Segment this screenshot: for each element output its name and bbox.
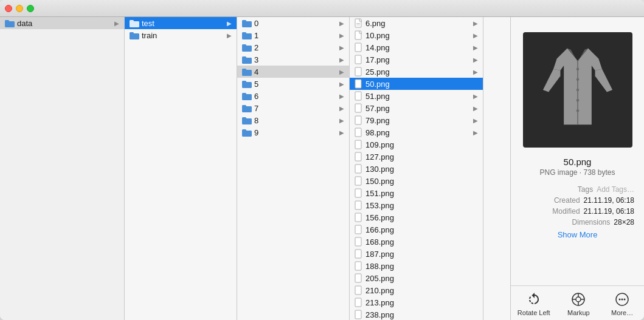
svg-rect-5 (355, 55, 361, 64)
chevron-icon: ▶ (473, 105, 478, 112)
list-item[interactable]: 187.png (350, 248, 483, 260)
dimensions-value: 28×28 (614, 218, 634, 226)
svg-rect-7 (355, 80, 361, 88)
file-icon (355, 164, 363, 174)
chevron-icon: ▶ (473, 93, 478, 100)
chevron-icon: ▶ (473, 56, 478, 63)
data-folder-label: data (17, 19, 32, 28)
show-more-link[interactable]: Show More (521, 230, 634, 239)
item-label: 213.png (365, 298, 394, 307)
folder-icon (242, 68, 252, 76)
file-icon (355, 91, 363, 101)
list-item[interactable]: 109.png (350, 138, 483, 151)
chevron-icon: ▶ (339, 129, 344, 136)
list-item[interactable]: 151.png (350, 187, 483, 199)
svg-rect-17 (355, 201, 361, 209)
svg-rect-16 (355, 189, 361, 197)
list-item[interactable]: 168.png (350, 236, 483, 248)
item-label: 187.png (365, 250, 394, 259)
chevron-icon: ▶ (339, 56, 344, 63)
file-icon (355, 140, 363, 149)
markup-button[interactable]: Markup (563, 291, 594, 316)
list-item[interactable]: 50.png (350, 78, 483, 90)
more-icon (614, 291, 631, 308)
list-item[interactable]: 5 ▶ (237, 78, 349, 90)
list-item[interactable]: 14.png ▶ (350, 41, 483, 53)
item-label: 156.png (365, 213, 394, 222)
finder-window: data ▶ test ▶ train (0, 0, 644, 320)
chevron-icon: ▶ (339, 81, 344, 87)
chevron-icon: ▶ (339, 44, 344, 51)
list-item[interactable]: 166.png (350, 223, 483, 236)
list-item[interactable]: 9 ▶ (237, 126, 349, 138)
item-label: 8 (254, 116, 258, 125)
list-item[interactable]: 10.png ▶ (350, 29, 483, 41)
item-label: train (142, 31, 157, 40)
file-icon (355, 30, 363, 40)
more-label: More… (611, 309, 633, 316)
more-button[interactable]: More… (607, 291, 637, 316)
list-item[interactable]: 51.png ▶ (350, 90, 483, 102)
list-item[interactable]: 213.png (350, 296, 483, 308)
column-3: 6.png ▶ 10.png ▶ 14.png ▶ 17.png ▶ (350, 17, 483, 320)
sidebar-item-data[interactable]: data ▶ (0, 17, 124, 29)
close-button[interactable] (5, 5, 12, 12)
svg-point-32 (576, 67, 579, 70)
list-item[interactable]: 17.png ▶ (350, 53, 483, 66)
list-item[interactable]: 7 ▶ (237, 102, 349, 114)
svg-rect-18 (355, 213, 361, 222)
maximize-button[interactable] (27, 5, 34, 12)
created-value: 21.11.19, 06:18 (584, 196, 634, 205)
svg-point-38 (576, 297, 581, 302)
list-item[interactable]: 57.png ▶ (350, 102, 483, 114)
rotate-left-label: Rotate Left (518, 309, 550, 316)
list-item[interactable]: 238.png (350, 308, 483, 320)
file-icon (355, 273, 363, 283)
item-label: 50.png (365, 80, 390, 89)
list-item[interactable]: 1 ▶ (237, 29, 349, 41)
tags-value[interactable]: Add Tags… (597, 185, 634, 194)
list-item[interactable]: 6.png ▶ (350, 17, 483, 29)
markup-label: Markup (567, 309, 590, 316)
file-icon (355, 176, 363, 186)
file-icon (355, 103, 363, 113)
svg-rect-21 (355, 250, 361, 258)
item-label: 238.png (365, 310, 394, 319)
list-item[interactable]: 205.png (350, 272, 483, 284)
list-item[interactable]: 188.png (350, 260, 483, 272)
chevron-icon: ▶ (339, 105, 344, 112)
minimize-button[interactable] (16, 5, 23, 12)
list-item[interactable]: 156.png (350, 211, 483, 223)
svg-rect-1 (356, 23, 360, 24)
list-item[interactable]: 153.png (350, 199, 483, 211)
list-item[interactable]: 8 ▶ (237, 114, 349, 126)
list-item[interactable]: 210.png (350, 284, 483, 296)
list-item[interactable]: 25.png ▶ (350, 66, 483, 78)
svg-point-34 (576, 89, 579, 92)
list-item[interactable]: 2 ▶ (237, 41, 349, 53)
list-item[interactable]: 79.png ▶ (350, 114, 483, 126)
list-item[interactable]: 6 ▶ (237, 90, 349, 102)
markup-icon (570, 291, 587, 308)
column-1: test ▶ train ▶ (125, 17, 237, 320)
preview-image-area (517, 29, 639, 151)
list-item[interactable]: 127.png (350, 151, 483, 163)
list-item[interactable]: test ▶ (125, 17, 237, 29)
svg-rect-10 (355, 116, 361, 124)
rotate-left-button[interactable]: Rotate Left (518, 291, 550, 316)
folder-icon (242, 44, 252, 52)
list-item[interactable]: 3 ▶ (237, 53, 349, 66)
folder-icon (242, 117, 252, 124)
content-area: data ▶ test ▶ train (0, 17, 644, 320)
tags-label: Tags (544, 185, 593, 194)
list-item[interactable]: train ▶ (125, 29, 237, 41)
list-item[interactable]: 130.png (350, 163, 483, 175)
svg-rect-12 (355, 140, 361, 149)
list-item[interactable]: 4 ▶ (237, 66, 349, 78)
list-item[interactable]: 98.png ▶ (350, 126, 483, 138)
list-item[interactable]: 150.png (350, 175, 483, 187)
folder-icon (242, 104, 252, 112)
list-item[interactable]: 0 ▶ (237, 17, 349, 29)
svg-rect-11 (355, 128, 361, 137)
chevron-icon: ▶ (227, 20, 232, 27)
